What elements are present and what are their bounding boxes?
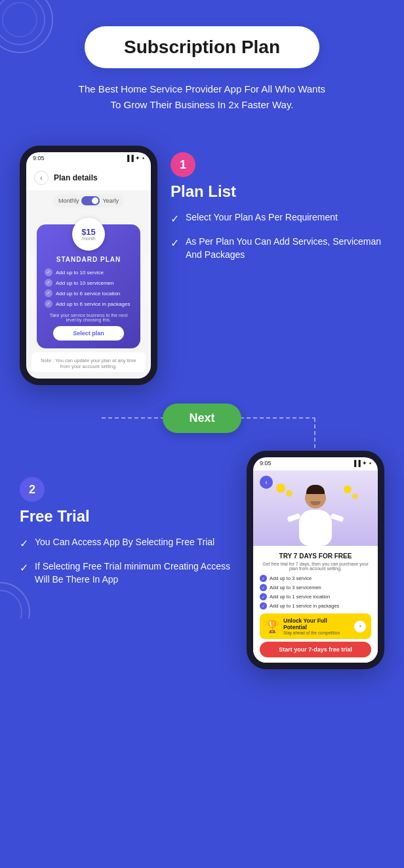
feature-text-1-2: As Per Plan You Can Add Services, Servic… [186, 236, 384, 261]
phone-screen-title-1: Plan details [54, 173, 98, 182]
title-box: Subscription Plan [85, 26, 319, 68]
plan-note: Take your service business to the next l… [45, 313, 132, 322]
coin-1 [276, 484, 285, 493]
feature-item-1-2: ✓ As Per Plan You Can Add Services, Serv… [171, 236, 384, 261]
character-arm-right [330, 513, 344, 522]
coin-2 [286, 490, 293, 497]
features-section-2: 2 Free Trial ✓ You Can Access App By Sel… [20, 451, 233, 596]
character-hair [306, 485, 325, 494]
try-feature-4: ✓ Add up to 1 service in packages [260, 602, 371, 610]
feature-check-icon-2-2: ✓ [20, 562, 28, 574]
character-beard [310, 501, 321, 505]
next-button[interactable]: Next [163, 403, 241, 433]
phone-screen-2: ‹ [253, 470, 378, 663]
features-section-1: 1 Plan List ✓ Select Your Plan As Per Re… [171, 146, 384, 272]
phone-screen-1: ‹ Plan details Monthly Yearly $15 /month… [26, 165, 151, 379]
feature-check-icon-1-1: ✓ [171, 213, 179, 225]
try-subtitle: Get free trial for 7 days, then you can … [260, 562, 371, 571]
toggle-yearly-label: Yearly [102, 197, 119, 204]
status-icons-2: ▐▐ ✦ ▪ [352, 460, 371, 466]
plan-card-container: $15 /month STANDARD PLAN ✓ Add up to 10 … [26, 211, 151, 348]
step-badge-1: 1 [171, 152, 195, 177]
check-icon-4: ✓ [45, 300, 52, 308]
phone-footer-note-1: Note : You can update your plan at any t… [31, 352, 146, 372]
status-bar-2: 9:05 ▐▐ ✦ ▪ [253, 457, 378, 470]
unlock-text-main: Unlock Your Full Potential [283, 617, 350, 630]
feature-item-2-1: ✓ You Can Access App By Selecting Free T… [20, 536, 233, 550]
character-area [260, 480, 371, 546]
header-section: Subscription Plan The Best Home Service … [0, 0, 404, 126]
try-check-3: ✓ [260, 593, 267, 600]
next-connector: Next [0, 385, 404, 451]
content-row-2: 2 Free Trial ✓ You Can Access App By Sel… [0, 451, 404, 695]
ghost-card-left [26, 254, 34, 306]
try-check-1: ✓ [260, 575, 267, 582]
feature-item-2-2: ✓ If Selecting Free Trial minimum Creati… [20, 560, 233, 586]
unlock-text-container: Unlock Your Full Potential Stay ahead of… [283, 617, 350, 635]
coin-4 [352, 493, 358, 499]
feature-text-2-2: If Selecting Free Trial minimum Creating… [35, 560, 233, 586]
phone-mockup-1: 9:05 ▐▐ ✦ ▪ ‹ Plan details Monthly Yearl… [20, 146, 157, 385]
try-check-4: ✓ [260, 602, 267, 610]
back-button-1[interactable]: ‹ [34, 171, 49, 185]
status-time-2: 9:05 [260, 460, 272, 466]
page-subtitle: The Best Home Service Provider App For A… [77, 81, 327, 113]
phone-header-1: ‹ Plan details [26, 165, 151, 190]
section-title-1: Plan List [171, 182, 384, 201]
try-banner: TRY 7 DAYS FOR FREE Get free trial for 7… [253, 546, 378, 663]
phone-mockup-2: 9:05 ▐▐ ✦ ▪ ‹ [247, 451, 384, 669]
status-bar-1: 9:05 ▐▐ ✦ ▪ [26, 152, 151, 165]
coin-3 [344, 486, 352, 493]
plan-feature-4: ✓ Add up to 6 service in packages [45, 300, 132, 308]
try-feature-1: ✓ Add up to 3 service [260, 575, 371, 582]
plan-title: STANDARD PLAN [45, 256, 132, 263]
select-plan-button[interactable]: Select plan [53, 326, 123, 341]
check-icon-3: ✓ [45, 289, 52, 297]
section-title-2: Free Trial [20, 507, 233, 526]
plan-feature-1: ✓ Add up to 10 service [45, 268, 132, 276]
page-title: Subscription Plan [124, 37, 280, 58]
price-period: /month [81, 236, 95, 241]
try-title: TRY 7 DAYS FOR FREE [260, 552, 371, 560]
try-feature-2: ✓ Add up to 3 servicemen [260, 584, 371, 591]
check-icon-2: ✓ [45, 279, 52, 287]
character-body [298, 487, 334, 546]
try-feature-3: ✓ Add up to 1 service location [260, 593, 371, 600]
try-check-2: ✓ [260, 584, 267, 591]
start-trial-button[interactable]: Start your 7-days free trial [260, 642, 371, 657]
feature-check-icon-1-2: ✓ [171, 237, 179, 249]
content-row-1: 9:05 ▐▐ ✦ ▪ ‹ Plan details Monthly Yearl… [0, 126, 404, 385]
ghost-card-right [143, 254, 151, 306]
toggle-switch[interactable] [81, 196, 100, 205]
billing-toggle[interactable]: Monthly Yearly [53, 194, 124, 207]
feature-text-1-1: Select Your Plan As Per Requirement [186, 211, 338, 224]
plan-feature-2: ✓ Add up to 10 servicemen [45, 279, 132, 287]
character-arm-left [287, 513, 301, 522]
phone2-hero: ‹ [253, 470, 378, 546]
status-time-1: 9:05 [33, 155, 45, 161]
character-shirt [299, 510, 332, 546]
status-icons-1: ▐▐ ✦ ▪ [125, 155, 144, 161]
feature-item-1-1: ✓ Select Your Plan As Per Requirement [171, 211, 384, 225]
character-head [305, 487, 326, 508]
toggle-monthly-label: Monthly [58, 197, 79, 204]
price-circle: $15 /month [72, 218, 105, 251]
plan-card-1: $15 /month STANDARD PLAN ✓ Add up to 10 … [37, 224, 140, 348]
plan-feature-3: ✓ Add up to 6 service location [45, 289, 132, 297]
check-icon-1: ✓ [45, 268, 52, 276]
feature-check-icon-2-1: ✓ [20, 537, 28, 550]
unlock-banner: 🏆 Unlock Your Full Potential Stay ahead … [260, 613, 371, 639]
feature-text-2-1: You Can Access App By Selecting Free Tri… [35, 536, 214, 549]
price-amount: $15 [81, 228, 96, 236]
unlock-text-sub: Stay ahead of the competition [283, 630, 350, 635]
unlock-arrow-icon[interactable]: › [354, 621, 366, 632]
unlock-icon: 🏆 [265, 619, 279, 634]
step-badge-2: 2 [20, 477, 45, 502]
